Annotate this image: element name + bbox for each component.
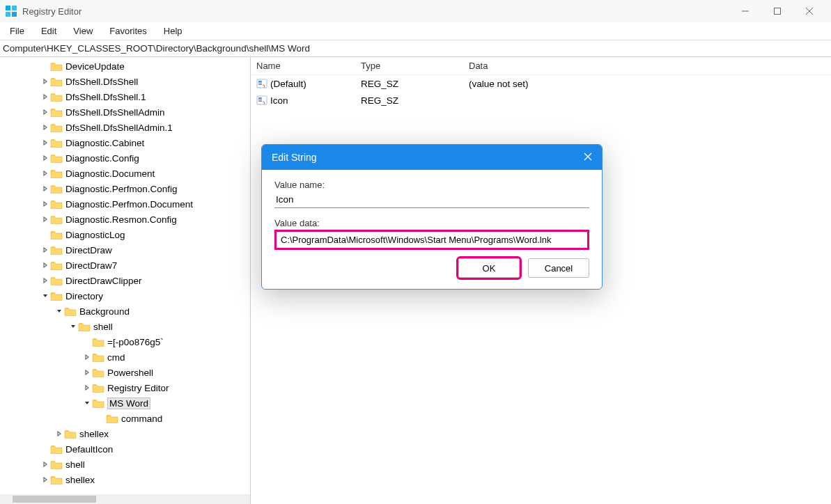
app-icon bbox=[6, 6, 17, 17]
expand-caret[interactable] bbox=[40, 79, 50, 84]
tree-item-label: Diagnostic.Cabinet bbox=[65, 138, 144, 148]
tree-item-label: Diagnostic.Perfmon.Config bbox=[65, 184, 178, 194]
tree-item[interactable]: Diagnostic.Perfmon.Config bbox=[0, 181, 250, 196]
expand-caret[interactable] bbox=[40, 262, 50, 268]
expand-caret[interactable] bbox=[40, 186, 50, 191]
tree-pane[interactable]: DeviceUpdateDfsShell.DfsShellDfsShell.Df… bbox=[0, 57, 251, 504]
dialog-close-button[interactable] bbox=[584, 152, 592, 163]
folder-icon bbox=[50, 475, 63, 485]
tree-item-label: DirectDraw bbox=[65, 245, 112, 255]
tree-item[interactable]: command bbox=[0, 411, 250, 426]
tree-item[interactable]: DiagnosticLog bbox=[0, 227, 250, 242]
expand-caret[interactable] bbox=[40, 125, 50, 130]
folder-icon bbox=[92, 337, 104, 347]
row-name: (Default) bbox=[270, 79, 306, 89]
expand-caret[interactable] bbox=[40, 94, 50, 100]
expand-caret[interactable] bbox=[40, 155, 50, 161]
menu-edit[interactable]: Edit bbox=[38, 24, 59, 38]
tree-item[interactable]: DfsShell.DfsShell.1 bbox=[0, 89, 250, 104]
row-name: Icon bbox=[270, 95, 288, 106]
tree-horizontal-scrollbar[interactable] bbox=[0, 494, 250, 504]
folder-icon bbox=[50, 153, 63, 163]
expand-caret[interactable] bbox=[40, 140, 50, 145]
expand-caret[interactable] bbox=[40, 109, 50, 115]
list-row[interactable]: ab(Default)REG_SZ(value not set) bbox=[251, 75, 831, 92]
expand-caret[interactable] bbox=[82, 370, 92, 375]
expand-caret[interactable] bbox=[54, 308, 64, 314]
menu-help[interactable]: Help bbox=[161, 24, 185, 38]
maximize-button[interactable] bbox=[761, 0, 793, 22]
tree-item[interactable]: shellex bbox=[0, 472, 250, 487]
folder-icon bbox=[92, 368, 104, 377]
tree-item[interactable]: Diagnostic.Perfmon.Document bbox=[0, 196, 250, 212]
tree-item[interactable]: DfsShell.DfsShell bbox=[0, 74, 250, 89]
ok-button[interactable]: OK bbox=[458, 258, 520, 278]
minimize-button[interactable] bbox=[729, 0, 761, 22]
list-header: Name Type Data bbox=[251, 57, 831, 75]
expand-caret[interactable] bbox=[40, 201, 50, 207]
tree-item-label: Diagnostic.Config bbox=[65, 153, 139, 164]
tree-item-label: shell bbox=[65, 459, 85, 470]
scrollbar-thumb[interactable] bbox=[13, 496, 96, 503]
tree-item[interactable]: shell bbox=[0, 319, 250, 334]
tree-item[interactable]: DefaultIcon bbox=[0, 441, 250, 457]
expand-caret[interactable] bbox=[82, 400, 92, 406]
tree-item[interactable]: Diagnostic.Cabinet bbox=[0, 135, 250, 150]
expand-caret[interactable] bbox=[40, 462, 50, 467]
address-bar[interactable]: Computer\HKEY_CLASSES_ROOT\Directory\Bac… bbox=[0, 40, 831, 57]
menu-view[interactable]: View bbox=[70, 24, 95, 38]
dialog-titlebar[interactable]: Edit String bbox=[262, 145, 602, 170]
tree-item[interactable]: DirectDraw bbox=[0, 242, 250, 258]
tree-item-label: DfsShell.DfsShell.1 bbox=[65, 92, 146, 102]
tree-item[interactable]: shellex bbox=[0, 426, 250, 441]
edit-string-dialog: Edit String Value name: Value data: OK C… bbox=[261, 144, 603, 290]
tree-item[interactable]: DirectDrawClipper bbox=[0, 273, 250, 288]
tree-item[interactable]: Diagnostic.Document bbox=[0, 166, 250, 181]
tree-item[interactable]: =[-p0o876g5` bbox=[0, 334, 250, 349]
tree-item[interactable]: Diagnostic.Resmon.Config bbox=[0, 212, 250, 227]
expand-caret[interactable] bbox=[40, 216, 50, 222]
expand-caret[interactable] bbox=[40, 171, 50, 176]
dialog-title-text: Edit String bbox=[272, 152, 317, 163]
tree-item[interactable]: MS Word bbox=[0, 395, 250, 411]
col-header-type[interactable]: Type bbox=[355, 61, 463, 71]
close-button[interactable] bbox=[793, 0, 825, 22]
tree-item-label: DeviceUpdate bbox=[65, 61, 125, 72]
value-name-input[interactable] bbox=[274, 191, 589, 208]
tree-item[interactable]: Powershell bbox=[0, 365, 250, 380]
folder-icon bbox=[50, 245, 63, 255]
cancel-button[interactable]: Cancel bbox=[528, 258, 589, 278]
expand-caret[interactable] bbox=[40, 477, 50, 482]
tree-item-label: Directory bbox=[65, 291, 103, 301]
folder-icon bbox=[50, 291, 63, 301]
expand-caret[interactable] bbox=[68, 324, 78, 329]
tree-item[interactable]: Diagnostic.Config bbox=[0, 150, 250, 166]
menu-favorites[interactable]: Favorites bbox=[107, 24, 149, 38]
folder-icon bbox=[50, 92, 63, 102]
tree-item[interactable]: DirectDraw7 bbox=[0, 258, 250, 273]
tree-item[interactable]: cmd bbox=[0, 349, 250, 365]
svg-rect-3 bbox=[12, 12, 17, 17]
col-header-name[interactable]: Name bbox=[251, 61, 355, 71]
expand-caret[interactable] bbox=[54, 431, 64, 436]
tree-item[interactable]: DeviceUpdate bbox=[0, 58, 250, 74]
expand-caret[interactable] bbox=[40, 247, 50, 253]
folder-icon bbox=[50, 168, 63, 178]
tree-item[interactable]: Directory bbox=[0, 288, 250, 304]
tree-item[interactable]: shell bbox=[0, 457, 250, 472]
tree-item[interactable]: DfsShell.DfsShellAdmin.1 bbox=[0, 120, 250, 135]
value-name-label: Value name: bbox=[274, 180, 589, 190]
tree-item[interactable]: DfsShell.DfsShellAdmin bbox=[0, 104, 250, 120]
folder-icon bbox=[50, 199, 63, 209]
tree-item[interactable]: Background bbox=[0, 304, 250, 319]
expand-caret[interactable] bbox=[40, 293, 50, 299]
col-header-data[interactable]: Data bbox=[463, 61, 831, 71]
tree-item-label: DefaultIcon bbox=[65, 444, 113, 455]
value-data-input[interactable] bbox=[274, 230, 589, 250]
tree-item[interactable]: Registry Editor bbox=[0, 380, 250, 395]
expand-caret[interactable] bbox=[82, 385, 92, 391]
expand-caret[interactable] bbox=[82, 354, 92, 360]
expand-caret[interactable] bbox=[40, 278, 50, 283]
menu-file[interactable]: File bbox=[7, 24, 27, 38]
list-row[interactable]: abIconREG_SZ bbox=[251, 92, 831, 109]
